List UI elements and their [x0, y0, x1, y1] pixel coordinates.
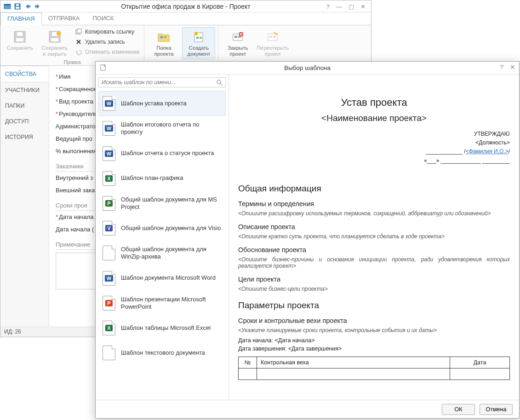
save-label: Сохранить [6, 45, 33, 51]
close-icon[interactable]: ✕ [360, 3, 366, 10]
minimize-icon[interactable]: — [336, 3, 342, 10]
dialog-doc-icon [99, 64, 107, 71]
folder-icon [156, 29, 171, 44]
reopen-project-button[interactable]: Переоткрыть проект [256, 27, 289, 59]
file-icon: W [103, 271, 115, 286]
ribbon-body: Сохранить Сохранить и закрыть Копировать… [0, 25, 371, 66]
file-icon: W [103, 96, 115, 111]
template-item[interactable]: WШаблон документа Microsoft Word [98, 266, 226, 291]
sidebar-item-access[interactable]: ДОСТУП [0, 114, 49, 129]
template-panel: WШаблон устава проектаWШаблон итогового … [96, 75, 229, 400]
svg-rect-8 [16, 38, 23, 41]
save-close-button[interactable]: Сохранить и закрыть [38, 27, 71, 59]
template-item[interactable]: WШаблон устава проекта [98, 91, 226, 116]
undo-button[interactable]: Отменить изменения [73, 47, 141, 57]
file-icon: W [103, 121, 115, 136]
template-label: Общий шаблон документа для WinZip-архива [121, 246, 222, 261]
template-item[interactable]: Общий шаблон документа для WinZip-архива [98, 241, 226, 266]
create-document-button[interactable]: Создать документ [182, 27, 215, 59]
search-box[interactable] [98, 77, 226, 87]
svg-rect-27 [269, 36, 272, 38]
save-close-label: Сохранить и закрыть [41, 45, 68, 57]
file-icon: V [103, 221, 115, 236]
cancel-button[interactable]: Отмена [480, 404, 513, 415]
svg-rect-23 [234, 36, 237, 38]
file-icon [103, 345, 115, 360]
template-item[interactable]: WШаблон отчета о статусе проекта [98, 141, 226, 166]
file-icon: W [103, 146, 115, 161]
template-item[interactable]: WШаблон итогового отчета по проекту [98, 116, 226, 141]
preview-section-params: Параметры проекта [238, 300, 510, 311]
save-close-icon [47, 29, 62, 44]
dialog-title-bar: Выбор шаблона ? ✕ [96, 62, 519, 75]
ribbon-tabs: ГЛАВНАЯ ОТПРАВКА ПОИСК [0, 12, 371, 25]
create-doc-icon [191, 29, 206, 44]
ribbon-group-close: Закрыть проект Переоткрыть проект [218, 25, 292, 65]
sidebar-item-properties[interactable]: СВОЙСТВА [0, 66, 49, 82]
file-icon [103, 246, 115, 260]
template-label: Шаблон текстового документа [121, 349, 205, 357]
dialog-body: WШаблон устава проектаWШаблон итогового … [96, 75, 519, 400]
tab-send[interactable]: ОТПРАВКА [42, 12, 86, 25]
copy-link-icon [75, 28, 82, 35]
qat-back-icon[interactable] [23, 2, 32, 11]
search-input[interactable] [102, 79, 216, 86]
svg-rect-28 [273, 36, 276, 38]
dialog-close-icon[interactable]: ✕ [510, 63, 515, 71]
svg-rect-6 [35, 6, 38, 7]
preview-subtitle: <Наименование проекта> [238, 113, 510, 123]
maximize-icon[interactable]: ▢ [349, 3, 354, 10]
svg-rect-5 [28, 6, 30, 7]
svg-point-30 [217, 80, 221, 84]
project-folder-button[interactable]: Папка проекта [147, 27, 180, 59]
preview-approve-block: УТВЕРЖДАЮ <Должность> ____________ /<Фам… [238, 130, 510, 165]
tab-main[interactable]: ГЛАВНАЯ [0, 12, 42, 25]
delete-button[interactable]: Удалить запись [73, 37, 141, 46]
file-icon: P [103, 196, 115, 211]
qat-forward-icon[interactable] [34, 2, 42, 11]
qat-save-icon[interactable] [13, 2, 22, 11]
tab-search[interactable]: ПОИСК [86, 12, 120, 25]
svg-rect-4 [16, 4, 19, 6]
dialog-footer: ОК Отмена [96, 400, 519, 418]
search-icon[interactable] [216, 79, 223, 86]
file-icon: X [103, 171, 115, 186]
copy-link-button[interactable]: Копировать ссылку [73, 27, 141, 36]
qat-app-icon[interactable] [3, 2, 11, 11]
svg-rect-9 [17, 32, 23, 36]
template-item[interactable]: Шаблон текстового документа [98, 340, 226, 365]
close-project-button[interactable]: Закрыть проект [221, 27, 254, 59]
dialog-help-icon[interactable]: ? [500, 63, 503, 71]
svg-rect-11 [51, 38, 58, 41]
template-label: Шаблон отчета о статусе проекта [121, 150, 214, 157]
preview-section-general: Общая информация [238, 184, 510, 194]
template-item[interactable]: XШаблон план-графика [98, 166, 226, 191]
svg-rect-1 [4, 4, 11, 6]
template-item[interactable]: VОбщий шаблон документа для Visio [98, 216, 226, 241]
sidebar-item-participants[interactable]: УЧАСТНИКИ [0, 82, 49, 98]
svg-rect-21 [200, 37, 202, 39]
window-controls: ? — ▢ ✕ [321, 0, 371, 12]
sidebar-item-folders[interactable]: ПАПКИ [0, 98, 49, 114]
template-item[interactable]: PШаблон презентации Microsoft PowerPoint [98, 291, 226, 316]
save-button[interactable]: Сохранить [3, 27, 36, 53]
sidebar-item-history[interactable]: ИСТОРИЯ [0, 129, 49, 145]
template-label: Шаблон презентации Microsoft PowerPoint [121, 296, 222, 311]
delete-icon [75, 38, 82, 46]
template-label: Общий шаблон документа для Visio [121, 224, 221, 232]
ok-button[interactable]: ОК [442, 404, 475, 415]
template-label: Шаблон итогового отчета по проекту [121, 121, 222, 136]
template-item[interactable]: PОбщий шаблон документа для MS Project [98, 191, 226, 216]
undo-icon [75, 48, 82, 56]
svg-point-13 [57, 31, 61, 36]
template-list: WШаблон устава проектаWШаблон итогового … [96, 90, 229, 400]
template-label: Шаблон устава проекта [121, 100, 187, 107]
svg-rect-15 [77, 29, 81, 33]
ribbon-group-project: Папка проекта Создать документ [144, 25, 218, 65]
help-icon[interactable]: ? [326, 3, 330, 10]
save-icon [12, 29, 27, 44]
reopen-proj-icon [265, 29, 280, 44]
close-proj-icon [230, 29, 245, 44]
svg-rect-3 [16, 7, 19, 9]
template-item[interactable]: XШаблон таблицы Microsoft Excel [98, 316, 226, 340]
